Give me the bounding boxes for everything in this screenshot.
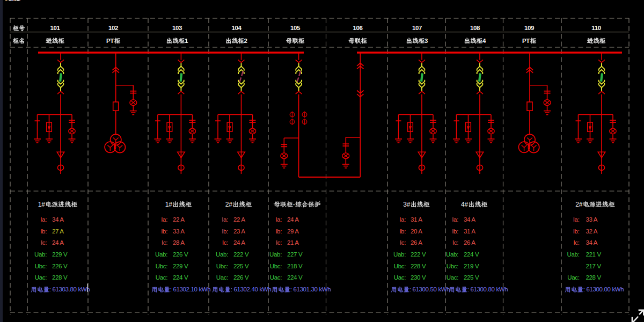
svg-text:Uac:: Uac:	[394, 274, 406, 281]
svg-text:2#: 2#	[575, 201, 582, 208]
svg-text:34 A: 34 A	[52, 216, 64, 223]
svg-text:3: 3	[425, 38, 428, 44]
svg-text:Ia:: Ia:	[40, 216, 47, 223]
svg-text:24 A: 24 A	[287, 216, 299, 223]
svg-text:2: 2	[244, 38, 247, 44]
svg-text:Ic:: Ic:	[162, 239, 167, 246]
svg-text:101: 101	[50, 25, 60, 31]
svg-text:Ubc:: Ubc:	[394, 263, 406, 269]
svg-text:226 V: 226 V	[52, 263, 68, 269]
svg-text:Ia:: Ia:	[275, 216, 282, 223]
svg-text:27 A: 27 A	[52, 228, 64, 235]
svg-text:28 A: 28 A	[173, 239, 185, 246]
svg-text:Ubc:: Ubc:	[156, 263, 167, 269]
svg-text:22 A: 22 A	[233, 216, 245, 223]
svg-text:110: 110	[591, 25, 601, 31]
svg-text:228 V: 228 V	[411, 263, 426, 269]
svg-text:225 V: 225 V	[464, 274, 479, 281]
svg-text:Ic:: Ic:	[573, 239, 579, 246]
svg-text:Ubc:: Ubc:	[447, 263, 458, 269]
svg-text:29 A: 29 A	[287, 228, 299, 235]
svg-text:4: 4	[482, 38, 486, 44]
svg-text:Uac:: Uac:	[447, 274, 458, 281]
svg-text:Ubc:: Ubc:	[270, 263, 282, 269]
svg-text:Ic:: Ic:	[41, 239, 47, 246]
svg-text:21 A: 21 A	[287, 239, 299, 246]
svg-text:Uab:: Uab:	[567, 251, 580, 258]
svg-text:Uab:: Uab:	[269, 251, 282, 258]
svg-text:224 V: 224 V	[464, 251, 479, 258]
svg-text:107: 107	[412, 25, 422, 31]
svg-text:: 61300.80 kWh: : 61300.80 kWh	[467, 286, 508, 292]
svg-text:22 A: 22 A	[173, 216, 185, 223]
svg-text:222 V: 222 V	[411, 251, 426, 258]
svg-text:102: 102	[108, 25, 118, 31]
svg-text:Uab:: Uab:	[393, 251, 406, 258]
svg-text:Ubc:: Ubc:	[216, 263, 228, 269]
svg-text:228 V: 228 V	[586, 274, 602, 281]
svg-text:Uac:: Uac:	[270, 274, 282, 281]
svg-text:32 A: 32 A	[586, 228, 598, 235]
svg-text:224 V: 224 V	[173, 274, 188, 281]
svg-text:26 A: 26 A	[411, 239, 422, 246]
svg-text:106: 106	[353, 25, 362, 31]
svg-text:Ib:: Ib:	[275, 228, 282, 235]
svg-text:: 61300.00 kWh: : 61300.00 kWh	[583, 286, 624, 292]
svg-text:Ib:: Ib:	[161, 228, 167, 235]
svg-text:Ic:: Ic:	[400, 239, 406, 246]
svg-text:3#: 3#	[403, 201, 410, 208]
svg-text:228 V: 228 V	[52, 274, 68, 281]
svg-text:218 V: 218 V	[287, 263, 303, 269]
svg-text:: 61303.80 kWh: : 61303.80 kWh	[49, 286, 90, 292]
svg-text:224 V: 224 V	[287, 274, 303, 281]
svg-text:Ia:: Ia:	[399, 216, 406, 223]
svg-text:20 A: 20 A	[411, 228, 422, 235]
svg-text:222 V: 222 V	[233, 251, 249, 258]
svg-text:1: 1	[185, 38, 188, 44]
svg-text:Uac:: Uac:	[35, 274, 47, 281]
svg-text:Uab:: Uab:	[446, 251, 458, 258]
svg-text:1#: 1#	[165, 201, 172, 208]
svg-text:Ia:: Ia:	[161, 216, 167, 223]
svg-text:Ic:: Ic:	[452, 239, 458, 246]
svg-text:24 A: 24 A	[52, 239, 64, 246]
svg-text:PT: PT	[522, 38, 530, 44]
svg-text:: 61301.30 kWh: : 61301.30 kWh	[290, 286, 331, 292]
svg-text:24 A: 24 A	[233, 239, 245, 246]
svg-text:105: 105	[290, 25, 301, 31]
svg-text:Ic:: Ic:	[222, 239, 228, 246]
svg-text:31 A: 31 A	[411, 216, 422, 223]
svg-text:Ubc:: Ubc:	[35, 263, 47, 269]
svg-text:Uab:: Uab:	[216, 251, 228, 258]
svg-text:23 A: 23 A	[233, 228, 245, 235]
svg-text:Ia:: Ia:	[573, 216, 580, 223]
svg-text:229 V: 229 V	[173, 263, 188, 269]
svg-text:225 V: 225 V	[233, 263, 249, 269]
svg-text:219 V: 219 V	[464, 263, 479, 269]
svg-text:104: 104	[231, 25, 241, 31]
svg-text:: 61302.40 kWh: : 61302.40 kWh	[231, 286, 272, 292]
svg-text:103: 103	[172, 25, 182, 31]
svg-text:PT: PT	[106, 38, 114, 44]
svg-text:229 V: 229 V	[52, 251, 68, 258]
svg-text:Ic:: Ic:	[276, 239, 282, 246]
svg-text:Ib:: Ib:	[40, 228, 47, 235]
svg-text:31 A: 31 A	[464, 228, 475, 235]
svg-text:Ib:: Ib:	[399, 228, 406, 235]
svg-text:226 V: 226 V	[233, 274, 249, 281]
svg-text:Uac:: Uac:	[156, 274, 167, 281]
svg-text:227 V: 227 V	[287, 251, 303, 258]
svg-text:230 V: 230 V	[411, 274, 426, 281]
svg-text:108: 108	[470, 25, 480, 31]
svg-text:217 V: 217 V	[586, 263, 602, 269]
svg-text:Ib:: Ib:	[222, 228, 228, 235]
svg-text:: 61300.50 kWh: : 61300.50 kWh	[409, 286, 450, 292]
svg-text:Uab:: Uab:	[34, 251, 47, 258]
svg-text:Ib:: Ib:	[452, 228, 458, 235]
svg-text:4#: 4#	[461, 201, 468, 208]
svg-text:Uab:: Uab:	[155, 251, 167, 258]
svg-text:34 A: 34 A	[586, 239, 598, 246]
svg-text:Ib:: Ib:	[573, 228, 580, 235]
svg-text:34 A: 34 A	[464, 216, 475, 223]
svg-text:: 61302.10 kWh: : 61302.10 kWh	[170, 286, 211, 292]
